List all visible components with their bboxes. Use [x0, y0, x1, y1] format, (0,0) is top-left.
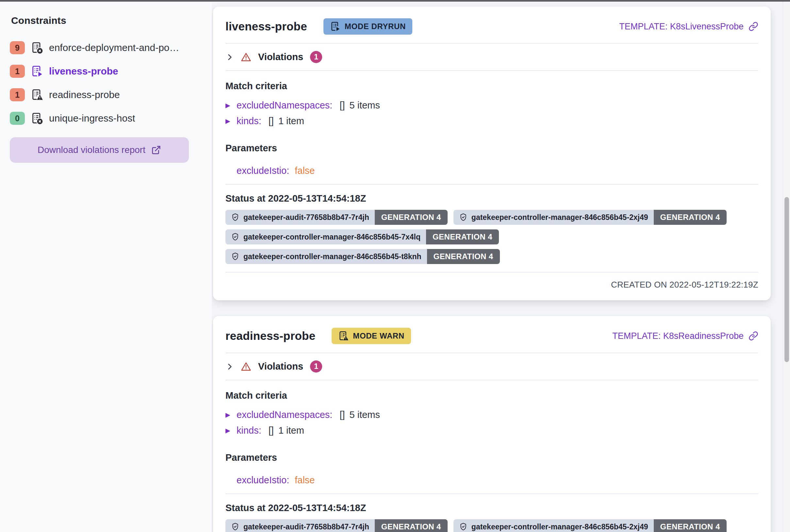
external-link-icon [151, 145, 161, 155]
violation-count-badge: 9 [10, 41, 25, 54]
parameters-heading: Parameters [226, 452, 758, 463]
pod-name: gatekeeper-audit-77658b8b47-7r4jh [244, 213, 369, 222]
sidebar-item-label: enforce-deployment-and-po… [49, 42, 179, 53]
pod-generation-badge: GENERATION 4 [654, 519, 727, 532]
violations-expander[interactable]: Violations 1 [213, 353, 771, 380]
constraint-title: liveness-probe [226, 20, 307, 33]
constraint-title: readiness-probe [226, 329, 315, 342]
tree-key: excludedNamespaces: [236, 410, 332, 420]
tree-row-kinds[interactable]: ▶ kinds: [] 1 item [226, 425, 758, 436]
warn-mode-icon [338, 331, 349, 341]
shield-check-icon [231, 522, 239, 531]
dryrun-mode-icon [330, 21, 341, 32]
divider [226, 493, 758, 494]
link-icon [749, 22, 758, 31]
sidebar-title: Constraints [11, 15, 202, 26]
pod-status-pill: gatekeeper-controller-manager-846c856b45… [454, 519, 727, 532]
pod-generation-badge: GENERATION 4 [427, 249, 500, 264]
pod-name-segment: gatekeeper-audit-77658b8b47-7r4jh [226, 210, 375, 225]
constraint-warn-mode-icon [31, 89, 43, 101]
parameter-row: excludeIstio: false [226, 475, 758, 486]
constraints-sidebar: Constraints 9 enforce-deployment-and-po…… [0, 0, 212, 532]
app-layout: Constraints 9 enforce-deployment-and-po…… [0, 0, 790, 532]
pod-name-segment: gatekeeper-audit-77658b8b47-7r4jh [226, 519, 375, 532]
pod-status-list: gatekeeper-audit-77658b8b47-7r4jh GENERA… [226, 210, 758, 264]
tree-expand-icon: ▶ [226, 117, 232, 125]
pod-generation-badge: GENERATION 4 [375, 519, 448, 532]
constraint-deny-mode-icon [31, 41, 43, 54]
scrollbar-thumb[interactable] [785, 197, 789, 362]
mode-badge-label: MODE WARN [353, 331, 404, 341]
tree-expand-icon: ▶ [226, 102, 232, 109]
shield-check-icon [231, 252, 239, 261]
match-criteria-section: Match criteria ▶ excludedNamespaces: [] … [213, 390, 771, 436]
tree-row-excluded-namespaces[interactable]: ▶ excludedNamespaces: [] 5 items [226, 410, 758, 420]
mode-badge-label: MODE DRYRUN [345, 22, 406, 31]
tree-key: kinds: [236, 425, 262, 436]
tree-key: excludedNamespaces: [236, 100, 332, 111]
constraint-details-panel: liveness-probe MODE DRYRUN TEMPLATE: K8s… [212, 0, 790, 532]
pod-status-pill: gatekeeper-controller-manager-846c856b45… [226, 249, 500, 264]
parameter-row: excludeIstio: false [226, 165, 758, 176]
violations-label: Violations [258, 52, 303, 62]
sidebar-item-unique-ingress-host[interactable]: 0 unique-ingress-host [10, 109, 202, 128]
template-link-label: TEMPLATE: K8sReadinessProbe [612, 331, 744, 341]
download-button-label: Download violations report [38, 145, 146, 155]
parameter-value: false [295, 475, 315, 486]
template-link[interactable]: TEMPLATE: K8sReadinessProbe [612, 331, 758, 341]
violations-count-badge: 1 [310, 360, 322, 373]
pod-status-pill: gatekeeper-controller-manager-846c856b45… [226, 229, 499, 244]
divider [226, 184, 758, 185]
pod-generation-badge: GENERATION 4 [654, 210, 727, 225]
pod-status-pill: gatekeeper-audit-77658b8b47-7r4jh GENERA… [226, 210, 448, 225]
tree-bracket: [] [340, 100, 345, 111]
chevron-right-icon [226, 362, 234, 371]
violation-count-badge: 1 [10, 65, 25, 78]
pod-status-pill: gatekeeper-controller-manager-846c856b45… [454, 210, 727, 225]
chevron-right-icon [226, 53, 234, 61]
match-criteria-heading: Match criteria [226, 390, 758, 401]
pod-status-pill: gatekeeper-audit-77658b8b47-7r4jh GENERA… [226, 519, 448, 532]
warning-triangle-icon [241, 52, 251, 62]
violations-label: Violations [258, 361, 303, 372]
pod-name-segment: gatekeeper-controller-manager-846c856b45… [226, 229, 426, 244]
sidebar-item-readiness-probe[interactable]: 1 readiness-probe [10, 86, 202, 104]
sidebar-item-enforce-deployment[interactable]: 9 enforce-deployment-and-po… [10, 39, 202, 57]
tree-row-excluded-namespaces[interactable]: ▶ excludedNamespaces: [] 5 items [226, 100, 758, 111]
link-icon [749, 331, 758, 341]
divider [226, 70, 758, 71]
tree-row-kinds[interactable]: ▶ kinds: [] 1 item [226, 116, 758, 127]
card-header: readiness-probe MODE WARN T [213, 316, 771, 353]
created-on-timestamp: CREATED ON 2022-05-12T19:22:19Z [213, 272, 771, 300]
status-section: Status at 2022-05-13T14:54:18Z gatekeepe… [213, 193, 771, 264]
pod-name-segment: gatekeeper-controller-manager-846c856b45… [454, 519, 654, 532]
vertical-scrollbar [783, 2, 790, 532]
window-top-edge [0, 0, 790, 2]
pod-name: gatekeeper-controller-manager-846c856b45… [471, 213, 648, 222]
tree-item-count: 1 item [278, 425, 304, 436]
tree-bracket: [] [340, 410, 345, 420]
sidebar-item-liveness-probe[interactable]: 1 liveness-probe [10, 62, 202, 80]
violation-count-badge: 0 [10, 112, 25, 125]
pod-generation-badge: GENERATION 4 [426, 229, 499, 244]
constraint-dryrun-mode-icon [31, 65, 43, 77]
pod-name: gatekeeper-controller-manager-846c856b45… [244, 233, 421, 242]
download-violations-report-button[interactable]: Download violations report [10, 137, 189, 163]
shield-check-icon [231, 213, 239, 222]
violations-expander[interactable]: Violations 1 [213, 44, 771, 70]
parameter-key: excludeIstio: [236, 165, 289, 176]
status-section: Status at 2022-05-13T14:54:18Z gatekeepe… [213, 502, 771, 532]
pod-name: gatekeeper-controller-manager-846c856b45… [471, 522, 648, 531]
tree-bracket: [] [269, 116, 274, 127]
template-link-label: TEMPLATE: K8sLivenessProbe [619, 22, 744, 32]
pod-name-segment: gatekeeper-controller-manager-846c856b45… [454, 210, 654, 225]
pod-name: gatekeeper-audit-77658b8b47-7r4jh [244, 522, 369, 531]
parameter-value: false [295, 165, 315, 176]
tree-key: kinds: [236, 116, 262, 127]
card-header: liveness-probe MODE DRYRUN TEMPLATE: K8s… [213, 6, 771, 43]
parameters-section: Parameters excludeIstio: false [213, 452, 771, 486]
shield-check-icon [459, 213, 467, 222]
mode-dryrun-badge: MODE DRYRUN [324, 18, 412, 35]
template-link[interactable]: TEMPLATE: K8sLivenessProbe [619, 22, 758, 32]
parameter-key: excludeIstio: [236, 475, 289, 486]
